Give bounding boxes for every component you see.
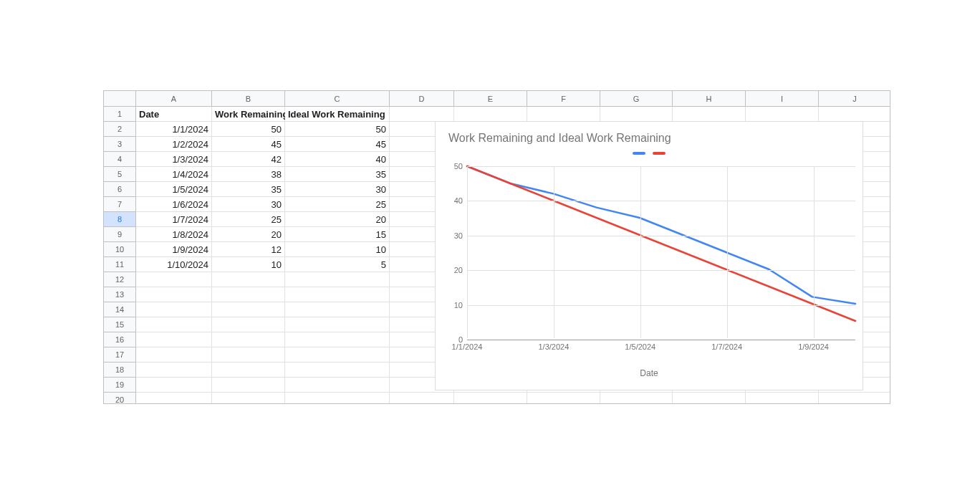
cell-A9[interactable]: 1/8/2024 (136, 227, 212, 242)
row-header-16[interactable]: 16 (104, 332, 136, 347)
row-header-14[interactable]: 14 (104, 302, 136, 317)
spreadsheet-viewport[interactable]: ABCDEFGHIJ 12345678910111213141516171819… (103, 90, 890, 404)
cell-B20[interactable] (212, 393, 285, 404)
row-header-17[interactable]: 17 (104, 347, 136, 363)
row-header-9[interactable]: 9 (104, 227, 136, 242)
column-header-I[interactable]: I (746, 91, 819, 107)
cell-C4[interactable]: 40 (285, 152, 390, 167)
cell-C3[interactable]: 45 (285, 137, 390, 152)
column-header-J[interactable]: J (819, 91, 890, 107)
cell-B9[interactable]: 20 (212, 227, 285, 242)
cell-B2[interactable]: 50 (212, 122, 285, 137)
cell-A3[interactable]: 1/2/2024 (136, 137, 212, 152)
cell-C17[interactable] (285, 347, 390, 363)
row-header-13[interactable]: 13 (104, 287, 136, 302)
cell-B14[interactable] (212, 302, 285, 317)
cell-C9[interactable]: 15 (285, 227, 390, 242)
cell-B1[interactable]: Work Remaining (212, 107, 285, 122)
row-header-8[interactable]: 8 (104, 212, 136, 227)
cell-C20[interactable] (285, 393, 390, 404)
cell-C19[interactable] (285, 378, 390, 393)
column-header-B[interactable]: B (212, 91, 285, 107)
cell-A18[interactable] (136, 363, 212, 378)
row-header-1[interactable]: 1 (104, 107, 136, 122)
cell-A13[interactable] (136, 287, 212, 302)
cell-A14[interactable] (136, 302, 212, 317)
cell-A2[interactable]: 1/1/2024 (136, 122, 212, 137)
cell-C16[interactable] (285, 332, 390, 347)
cell-H20[interactable] (673, 393, 746, 404)
cell-C18[interactable] (285, 363, 390, 378)
row-header-10[interactable]: 10 (104, 242, 136, 257)
cell-A16[interactable] (136, 332, 212, 347)
cell-A1[interactable]: Date (136, 107, 212, 122)
cell-A11[interactable]: 1/10/2024 (136, 257, 212, 272)
row-header-2[interactable]: 2 (104, 122, 136, 137)
embedded-chart[interactable]: Work Remaining and Ideal Work Remaining … (435, 121, 863, 390)
select-all-corner[interactable] (104, 91, 136, 107)
row-header-3[interactable]: 3 (104, 137, 136, 152)
cell-B19[interactable] (212, 378, 285, 393)
cell-A15[interactable] (136, 317, 212, 332)
cell-B10[interactable]: 12 (212, 242, 285, 257)
cell-I1[interactable] (746, 107, 819, 122)
cell-E1[interactable] (454, 107, 527, 122)
row-header-6[interactable]: 6 (104, 182, 136, 197)
cell-B3[interactable]: 45 (212, 137, 285, 152)
cell-A4[interactable]: 1/3/2024 (136, 152, 212, 167)
cell-C6[interactable]: 30 (285, 182, 390, 197)
cell-H1[interactable] (673, 107, 746, 122)
cell-C8[interactable]: 20 (285, 212, 390, 227)
cell-B12[interactable] (212, 272, 285, 287)
cell-A17[interactable] (136, 347, 212, 363)
cell-C14[interactable] (285, 302, 390, 317)
row-header-11[interactable]: 11 (104, 257, 136, 272)
cell-B18[interactable] (212, 363, 285, 378)
cell-B15[interactable] (212, 317, 285, 332)
cell-C2[interactable]: 50 (285, 122, 390, 137)
cell-B4[interactable]: 42 (212, 152, 285, 167)
cell-B5[interactable]: 38 (212, 167, 285, 182)
row-header-20[interactable]: 20 (104, 393, 136, 404)
column-header-G[interactable]: G (600, 91, 673, 107)
cell-A5[interactable]: 1/4/2024 (136, 167, 212, 182)
column-header-E[interactable]: E (454, 91, 527, 107)
cell-D1[interactable] (390, 107, 454, 122)
column-header-D[interactable]: D (390, 91, 454, 107)
cell-G1[interactable] (600, 107, 673, 122)
cell-C11[interactable]: 5 (285, 257, 390, 272)
cell-C12[interactable] (285, 272, 390, 287)
cell-A12[interactable] (136, 272, 212, 287)
row-header-19[interactable]: 19 (104, 378, 136, 393)
cell-A20[interactable] (136, 393, 212, 404)
row-header-4[interactable]: 4 (104, 152, 136, 167)
column-header-C[interactable]: C (285, 91, 390, 107)
cell-A19[interactable] (136, 378, 212, 393)
cell-A6[interactable]: 1/5/2024 (136, 182, 212, 197)
cell-C7[interactable]: 25 (285, 197, 390, 212)
cell-B17[interactable] (212, 347, 285, 363)
cell-D20[interactable] (390, 393, 454, 404)
cell-C15[interactable] (285, 317, 390, 332)
cell-B16[interactable] (212, 332, 285, 347)
cell-B6[interactable]: 35 (212, 182, 285, 197)
row-header-12[interactable]: 12 (104, 272, 136, 287)
cell-A10[interactable]: 1/9/2024 (136, 242, 212, 257)
cell-A8[interactable]: 1/7/2024 (136, 212, 212, 227)
cell-E20[interactable] (454, 393, 527, 404)
row-header-5[interactable]: 5 (104, 167, 136, 182)
cell-F20[interactable] (527, 393, 600, 404)
cell-B8[interactable]: 25 (212, 212, 285, 227)
column-header-F[interactable]: F (527, 91, 600, 107)
cell-C1[interactable]: Ideal Work Remaining (285, 107, 390, 122)
cell-C5[interactable]: 35 (285, 167, 390, 182)
cell-G20[interactable] (600, 393, 673, 404)
cell-C13[interactable] (285, 287, 390, 302)
cell-J1[interactable] (819, 107, 890, 122)
column-header-H[interactable]: H (673, 91, 746, 107)
cell-F1[interactable] (527, 107, 600, 122)
cell-B7[interactable]: 30 (212, 197, 285, 212)
cell-A7[interactable]: 1/6/2024 (136, 197, 212, 212)
cell-I20[interactable] (746, 393, 819, 404)
column-header-A[interactable]: A (136, 91, 212, 107)
